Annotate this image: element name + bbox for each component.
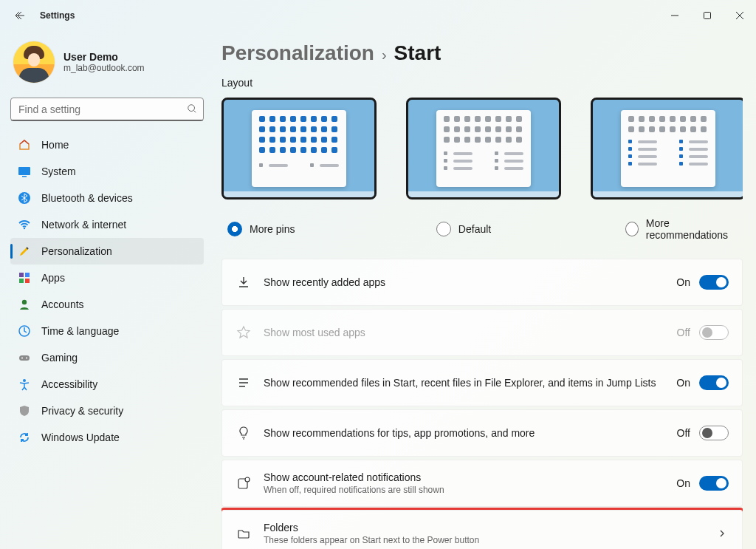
setting-tips[interactable]: Show recommendations for tips, app promo… [221, 409, 743, 457]
close-button[interactable] [724, 4, 756, 27]
main-content: Personalization › Start Layout [221, 38, 743, 549]
setting-title: Show most used apps [264, 327, 677, 338]
nav-privacy[interactable]: Privacy & security [10, 398, 204, 424]
svg-rect-6 [19, 273, 24, 277]
svg-rect-12 [19, 355, 30, 361]
svg-rect-9 [25, 279, 30, 283]
svg-rect-0 [704, 13, 711, 19]
breadcrumb-current: Start [394, 41, 441, 65]
profile-block[interactable]: User Demo m_lab@outlook.com [13, 41, 201, 83]
update-icon [18, 431, 31, 444]
svg-point-5 [24, 228, 25, 229]
setting-subtitle: When off, required notifications are sti… [264, 485, 676, 495]
setting-recent-apps[interactable]: Show recently added apps On [221, 259, 743, 306]
nav-time[interactable]: Time & language [10, 318, 204, 344]
toggle-switch[interactable] [699, 426, 729, 440]
nav-system[interactable]: System [10, 158, 204, 185]
star-icon [236, 325, 252, 340]
setting-title: Show account-related notifications [264, 471, 676, 483]
svg-point-17 [245, 477, 250, 482]
nav-label: Personalization [41, 245, 112, 257]
nav-update[interactable]: Windows Update [10, 424, 204, 451]
setting-most-used: Show most used apps Off [221, 309, 743, 356]
setting-account-notifications[interactable]: Show account-related notifications When … [221, 460, 743, 507]
svg-point-13 [21, 358, 23, 359]
breadcrumb: Personalization › Start [221, 41, 743, 65]
setting-folders[interactable]: Folders These folders appear on Start ne… [221, 510, 743, 549]
window-controls [659, 4, 756, 27]
svg-point-14 [26, 358, 27, 359]
section-label-layout: Layout [221, 77, 743, 89]
toggle-state: On [676, 276, 690, 288]
nav-label: System [41, 166, 76, 177]
toggle-switch[interactable] [699, 275, 729, 290]
clock-globe-icon [18, 324, 31, 338]
radio-label: Default [458, 223, 491, 235]
setting-subtitle: These folders appear on Start next to th… [264, 535, 709, 545]
nav-personalization[interactable]: Personalization [10, 238, 204, 265]
nav-label: Bluetooth & devices [41, 192, 133, 204]
nav-network[interactable]: Network & internet [10, 211, 204, 238]
search-input[interactable] [18, 103, 187, 115]
toggle-state: On [676, 477, 690, 489]
toggle-switch[interactable] [699, 476, 729, 491]
accessibility-icon [18, 378, 31, 391]
radio-more-recs[interactable]: More recommendations [625, 217, 743, 241]
nav-home[interactable]: Home [10, 132, 204, 158]
sidebar: User Demo m_lab@outlook.com Home System … [0, 38, 214, 549]
radio-icon [227, 222, 242, 236]
layout-thumbnail[interactable] [591, 98, 743, 200]
svg-point-10 [22, 300, 27, 304]
person-icon [18, 298, 31, 311]
download-icon [236, 275, 252, 290]
badge-icon [236, 476, 252, 491]
radio-more-pins[interactable]: More pins [227, 217, 380, 241]
nav-label: Accessibility [41, 378, 97, 390]
layout-thumbnail[interactable] [406, 98, 561, 200]
radio-default[interactable]: Default [436, 217, 569, 241]
maximize-button[interactable] [691, 4, 724, 27]
nav-label: Time & language [41, 325, 119, 337]
svg-rect-8 [19, 279, 24, 283]
toggle-switch[interactable] [699, 375, 729, 390]
nav-accounts[interactable]: Accounts [10, 291, 204, 318]
layout-option-more-pins[interactable] [221, 98, 377, 207]
minimize-button[interactable] [659, 4, 691, 27]
gamepad-icon [18, 351, 31, 364]
setting-title: Show recommendations for tips, app promo… [264, 427, 677, 439]
nav-label: Accounts [41, 299, 84, 310]
list-icon [236, 375, 252, 390]
layout-option-default[interactable] [406, 98, 561, 207]
search-box[interactable] [10, 98, 204, 121]
folder-icon [236, 526, 252, 541]
layout-thumbnail[interactable] [221, 98, 377, 200]
layout-radio-row: More pins Default More recommendations [221, 217, 743, 241]
system-icon [18, 165, 31, 178]
setting-recommended-files[interactable]: Show recommended files in Start, recent … [221, 359, 743, 406]
toggle-switch [699, 325, 729, 340]
avatar [13, 41, 55, 83]
toggle-state: On [676, 377, 690, 389]
nav-accessibility[interactable]: Accessibility [10, 371, 204, 398]
apps-icon [18, 271, 31, 284]
nav-bluetooth[interactable]: Bluetooth & devices [10, 185, 204, 211]
nav-label: Apps [41, 272, 65, 284]
svg-rect-7 [25, 273, 30, 277]
radio-label: More pins [250, 223, 295, 235]
svg-rect-3 [22, 176, 27, 177]
back-button[interactable] [13, 9, 27, 22]
radio-icon [625, 222, 639, 236]
breadcrumb-parent[interactable]: Personalization [221, 41, 374, 65]
chevron-right-icon [715, 529, 729, 538]
layout-option-more-recs[interactable] [591, 98, 743, 207]
nav-apps[interactable]: Apps [10, 265, 204, 291]
layout-options [221, 98, 743, 207]
titlebar: Settings [0, 0, 756, 31]
paintbrush-icon [18, 245, 31, 258]
nav-label: Gaming [41, 352, 78, 364]
nav-gaming[interactable]: Gaming [10, 344, 204, 371]
nav-label: Home [41, 139, 69, 151]
setting-title: Folders [264, 522, 709, 533]
app-title: Settings [40, 10, 75, 21]
svg-point-15 [23, 379, 26, 382]
